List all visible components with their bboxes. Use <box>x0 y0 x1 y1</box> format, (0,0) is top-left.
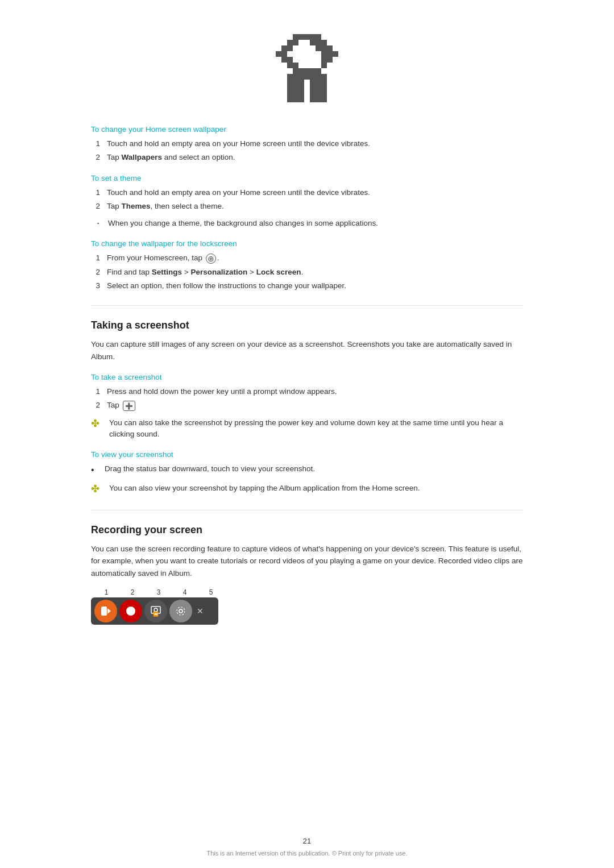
screenshot-heading: Taking a screenshot <box>91 319 523 331</box>
svg-rect-10 <box>281 45 287 51</box>
svg-rect-35 <box>287 85 304 91</box>
svg-rect-18 <box>327 51 333 57</box>
svg-rect-14 <box>327 45 333 51</box>
view-step-1: • Drag the status bar downward, touch to… <box>91 463 523 477</box>
take-screenshot-title: To take a screenshot <box>91 373 523 381</box>
toolbar-btn-4 <box>169 600 192 622</box>
view-screenshot-title: To view your screenshot <box>91 450 523 459</box>
svg-rect-36 <box>310 85 327 91</box>
svg-rect-23 <box>327 57 333 63</box>
lockscreen-step-2: 2 Find and tap Settings > Personalizatio… <box>91 267 523 278</box>
stop-icon <box>126 606 136 616</box>
svg-rect-2 <box>304 34 310 40</box>
theme-note: · When you change a theme, the backgroun… <box>97 218 523 229</box>
svg-text:⏪: ⏪ <box>153 611 159 617</box>
svg-rect-41 <box>101 607 107 616</box>
svg-rect-40 <box>310 97 327 102</box>
recording-heading: Recording your screen <box>91 524 523 536</box>
svg-rect-24 <box>287 63 293 68</box>
toolbar-numbers: 1 2 3 4 5 <box>93 588 523 596</box>
tip-star-icon: ✤ <box>91 417 103 441</box>
svg-rect-38 <box>310 91 327 97</box>
svg-rect-9 <box>321 40 327 45</box>
svg-rect-15 <box>276 51 281 57</box>
svg-rect-32 <box>287 74 327 80</box>
lockscreen-step-1: 1 From your Homescreen, tap . <box>91 252 523 264</box>
svg-rect-7 <box>310 40 316 45</box>
svg-rect-34 <box>310 80 327 85</box>
lockscreen-step-3: 3 Select an option, then follow the inst… <box>91 280 523 292</box>
view-screenshot-tip: ✤ You can also view your screenshot by t… <box>91 483 523 496</box>
take-screenshot-tip: ✤ You can also take the screenshot by pr… <box>91 417 523 441</box>
svg-rect-26 <box>321 63 327 68</box>
svg-rect-19 <box>333 51 338 57</box>
svg-rect-3 <box>310 34 316 40</box>
svg-point-48 <box>177 607 185 615</box>
page-number: 21 <box>303 837 311 845</box>
svg-rect-37 <box>287 91 304 97</box>
lockscreen-section-title: To change the wallpaper for the lockscre… <box>91 239 523 248</box>
wallpaper-section-title: To change your Home screen wallpaper <box>91 125 523 134</box>
svg-rect-1 <box>298 34 304 40</box>
svg-rect-25 <box>293 63 298 68</box>
svg-rect-33 <box>287 80 304 85</box>
view-screenshot-steps: • Drag the status bar downward, touch to… <box>91 463 523 477</box>
home-icon-container <box>91 34 523 102</box>
svg-rect-13 <box>321 45 327 51</box>
screenshot-intro: You can capture still images of any scre… <box>91 338 523 363</box>
svg-rect-20 <box>281 57 287 63</box>
toolbar-btn-2 <box>119 600 142 622</box>
toolbar-close: ✕ <box>197 607 204 616</box>
svg-rect-16 <box>281 51 287 57</box>
wallpaper-step-1: 1 Touch and hold an empty area on your H… <box>91 138 523 149</box>
theme-section-title: To set a theme <box>91 174 523 182</box>
recording-toolbar: 1 2 3 4 5 <box>91 588 523 625</box>
svg-rect-39 <box>287 97 304 102</box>
record-icon <box>99 605 112 617</box>
screenshot-icon: ⏪ <box>150 605 161 617</box>
take-step-2: 2 Tap ➕ <box>91 400 523 411</box>
wallpaper-steps: 1 Touch and hold an empty area on your H… <box>91 138 523 164</box>
tap-screenshot-icon: ➕ <box>123 401 135 412</box>
theme-step-1: 1 Touch and hold an empty area on your H… <box>91 187 523 198</box>
take-screenshot-steps: 1 Press and hold down the power key unti… <box>91 386 523 412</box>
svg-rect-17 <box>321 51 327 57</box>
settings-icon <box>176 606 186 616</box>
svg-rect-4 <box>316 34 321 40</box>
svg-point-47 <box>179 609 182 613</box>
divider-2 <box>91 510 523 510</box>
divider-1 <box>91 305 523 306</box>
home-icon <box>276 34 338 102</box>
svg-rect-0 <box>293 34 298 40</box>
footer-text: This is an Internet version of this publ… <box>0 850 614 857</box>
toolbar-bar: ⏪ ✕ <box>91 597 218 625</box>
recording-intro: You can use the screen recording feature… <box>91 543 523 580</box>
theme-step-2: 2 Tap Themes, then select a theme. <box>91 201 523 212</box>
svg-rect-11 <box>287 45 293 51</box>
svg-rect-6 <box>293 40 298 45</box>
svg-rect-31 <box>293 68 321 74</box>
svg-point-43 <box>126 607 135 616</box>
svg-rect-22 <box>321 57 327 63</box>
apps-icon <box>206 254 216 264</box>
svg-rect-21 <box>287 57 293 63</box>
svg-rect-5 <box>287 40 293 45</box>
toolbar-btn-3: ⏪ <box>144 600 167 622</box>
take-step-1: 1 Press and hold down the power key unti… <box>91 386 523 397</box>
toolbar-btn-1 <box>94 600 117 622</box>
page-content: To change your Home screen wallpaper 1 T… <box>0 0 614 868</box>
svg-rect-8 <box>316 40 321 45</box>
tip-star-icon-2: ✤ <box>91 483 103 496</box>
lockscreen-steps: 1 From your Homescreen, tap . 2 Find and… <box>91 252 523 292</box>
theme-steps: 1 Touch and hold an empty area on your H… <box>91 187 523 213</box>
svg-marker-42 <box>107 608 111 614</box>
wallpaper-step-2: 2 Tap Wallpapers and select an option. <box>91 152 523 163</box>
svg-rect-12 <box>316 45 321 51</box>
